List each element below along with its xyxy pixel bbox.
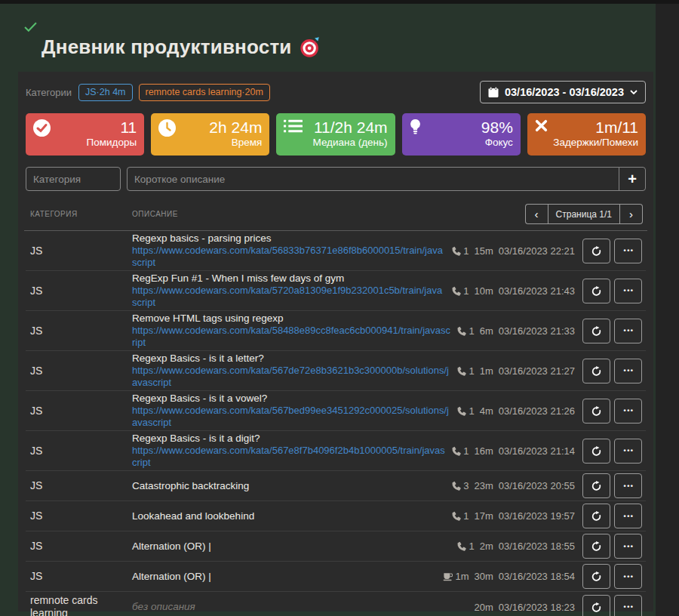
date-range-picker[interactable]: 03/16/2023 - 03/16/2023 (480, 81, 646, 103)
more-button[interactable]: ••• (614, 359, 642, 383)
row-duration: 16m (474, 445, 493, 457)
row-actions: ••• (582, 279, 642, 303)
more-button[interactable]: ••• (614, 564, 642, 589)
row-duration: 17m (474, 510, 493, 522)
row-meta: 115m03/16/2023 22:21 (451, 245, 575, 257)
stat-label: Медиана (день) (284, 136, 387, 149)
repeat-button[interactable] (582, 439, 610, 464)
repeat-button[interactable] (582, 473, 610, 498)
more-button[interactable]: ••• (614, 534, 642, 559)
more-button[interactable]: ••• (614, 595, 642, 616)
row-calls: 1 (456, 405, 474, 417)
page-title: Дневник продуктивности (41, 35, 292, 59)
row-calls: 1 (451, 445, 469, 457)
row-description: Alternation (OR) | (132, 571, 443, 583)
call-count: 1 (463, 510, 469, 522)
row-category: JS (26, 510, 132, 522)
category-input[interactable] (26, 167, 121, 191)
row-category: JS (26, 405, 132, 417)
more-button[interactable]: ••• (614, 473, 642, 498)
row-datetime: 03/16/2023 18:55 (499, 541, 575, 552)
pagination: ‹ Страница 1/1 › (525, 204, 643, 224)
row-duration: 4m (480, 405, 493, 417)
row-title: Remove HTML tags using regexp (132, 313, 450, 325)
row-calls: 1 (451, 510, 469, 522)
row-duration: 6m (480, 325, 493, 337)
category-badge[interactable]: JS·2h 4m (78, 84, 133, 101)
page-header: Дневник продуктивности (0, 4, 656, 59)
row-title: Catastrophic backtracking (132, 480, 445, 492)
row-actions: ••• (582, 473, 642, 498)
row-actions: ••• (582, 564, 642, 589)
more-button[interactable]: ••• (614, 399, 642, 424)
table-header: КАТЕГОРИЯ ОПИСАНИЕ ‹ Страница 1/1 › (24, 204, 647, 231)
call-count: 1 (469, 325, 474, 337)
row-calls: 1 (456, 325, 474, 337)
repeat-button[interactable] (582, 504, 610, 528)
stat-card-time: 2h 24mВремя (151, 113, 269, 156)
row-actions: ••• (582, 534, 642, 559)
row-meta: 20m03/16/2023 18:23 (474, 602, 575, 613)
row-duration: 23m (474, 480, 493, 491)
row-datetime: 03/16/2023 21:27 (499, 365, 575, 377)
repeat-button[interactable] (582, 359, 610, 383)
call-count: 1 (463, 245, 469, 257)
stat-card-pomodoros: 11Помидоры (26, 113, 144, 156)
repeat-button[interactable] (582, 564, 610, 589)
more-button[interactable]: ••• (614, 319, 642, 343)
repeat-button[interactable] (582, 239, 610, 263)
phone-icon (451, 446, 461, 456)
table-row: JSRegexp Basics - is it a letter?https:/… (26, 351, 646, 391)
repeat-button[interactable] (582, 399, 610, 424)
row-description: Regexp Basics - is it a vowel?https://ww… (132, 393, 456, 429)
row-category: remnote cards learning (26, 594, 132, 616)
repeat-button[interactable] (582, 534, 610, 559)
description-input[interactable] (127, 167, 619, 191)
row-category: JS (26, 479, 132, 492)
more-button[interactable]: ••• (614, 439, 642, 464)
stat-card-median-day: 11/2h 24mМедиана (день) (276, 113, 395, 156)
row-duration: 1m (480, 365, 493, 377)
column-header-category: КАТЕГОРИЯ (26, 210, 132, 218)
repeat-button[interactable] (582, 319, 610, 343)
row-description: Regexp basics - parsing priceshttps://ww… (132, 233, 451, 269)
check-icon (24, 22, 656, 35)
check-circle-icon (33, 119, 51, 140)
row-category: JS (26, 245, 132, 257)
phone-icon (456, 541, 466, 551)
refresh-icon (591, 602, 602, 613)
row-calls: 1 (456, 365, 474, 377)
more-button[interactable]: ••• (614, 504, 642, 528)
row-link[interactable]: https://www.codewars.com/kata/56833b7637… (132, 245, 445, 269)
table-row: JSRegexp Basics - is it a vowel?https://… (26, 391, 646, 431)
category-badge[interactable]: remnote cards learning·20m (139, 84, 270, 101)
stats-row: 11Помидоры2h 24mВремя11/2h 24mМедиана (д… (26, 113, 646, 156)
row-link[interactable]: https://www.codewars.com/kata/5720a81309… (132, 285, 445, 309)
table-row: JSRegexp Basics - is it a digit?https://… (26, 431, 646, 471)
clock-icon (158, 119, 176, 140)
refresh-icon (591, 325, 602, 337)
more-button[interactable]: ••• (614, 239, 642, 263)
add-entry-button[interactable]: + (619, 167, 646, 191)
row-meta: 117m03/16/2023 19:57 (451, 510, 575, 522)
row-actions: ••• (582, 439, 642, 464)
row-calls: 1 (456, 541, 474, 552)
table-row: JSRegExp Fun #1 - When I miss few days o… (26, 271, 646, 311)
right-margin-strip (656, 4, 679, 616)
row-link[interactable]: https://www.codewars.com/kata/567e8f7b40… (132, 445, 445, 469)
more-button[interactable]: ••• (614, 279, 642, 303)
refresh-icon (591, 445, 602, 457)
row-link[interactable]: https://www.codewars.com/kata/567bed99ee… (132, 405, 450, 429)
row-meta: 1m30m03/16/2023 18:54 (443, 571, 575, 582)
repeat-button[interactable] (582, 279, 610, 303)
row-link[interactable]: https://www.codewars.com/kata/58488e89cc… (132, 325, 450, 349)
row-duration: 10m (474, 285, 493, 297)
repeat-button[interactable] (582, 595, 610, 616)
row-description: Regexp Basics - is it a digit?https://ww… (132, 433, 451, 469)
row-title: Regexp basics - parsing prices (132, 233, 445, 245)
filters-row: Категории JS·2h 4mremnote cards learning… (24, 81, 647, 103)
row-link[interactable]: https://www.codewars.com/kata/567de72e8b… (132, 365, 450, 389)
next-page-button[interactable]: › (620, 204, 643, 224)
phone-icon (451, 511, 461, 521)
prev-page-button[interactable]: ‹ (525, 204, 548, 224)
